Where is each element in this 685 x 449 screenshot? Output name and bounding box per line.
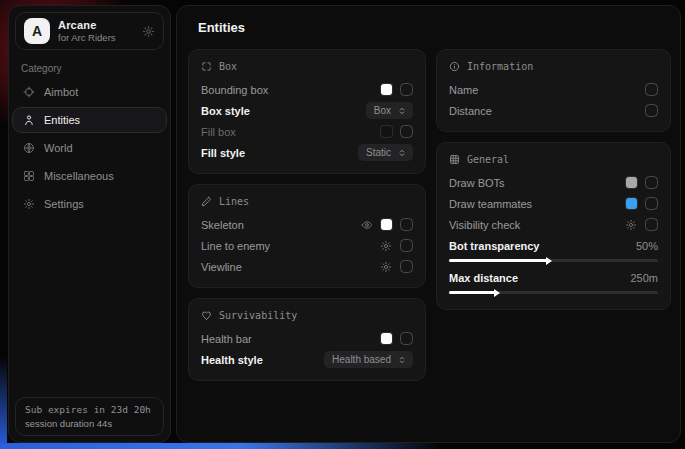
card-title: General bbox=[467, 154, 509, 165]
fill-style-dropdown[interactable]: Static bbox=[358, 144, 413, 161]
setting-fill-style: Fill styleStatic bbox=[201, 142, 413, 163]
bounding-box-checkbox[interactable] bbox=[400, 83, 413, 96]
app-title: Arcane bbox=[58, 19, 116, 31]
card-title: Information bbox=[467, 61, 533, 72]
layout-grid-icon bbox=[23, 170, 35, 182]
dropdown-value: Box bbox=[374, 105, 391, 116]
card-header: Box bbox=[201, 61, 413, 72]
setting-label: Fill box bbox=[201, 126, 236, 138]
setting-label: Draw BOTs bbox=[449, 177, 505, 189]
card-header: Lines bbox=[201, 196, 413, 207]
sidebar-item-aimbot[interactable]: Aimbot bbox=[12, 79, 167, 105]
setting-health-style: Health styleHealth based bbox=[201, 349, 413, 370]
category-label: Category bbox=[21, 63, 158, 74]
skeleton-checkbox[interactable] bbox=[400, 218, 413, 231]
fill-box-color-swatch[interactable] bbox=[381, 126, 392, 137]
setting-bounding-box: Bounding box bbox=[201, 79, 413, 100]
card-lines: LinesSkeletonLine to enemyViewline bbox=[188, 184, 426, 288]
card-title: Lines bbox=[219, 196, 249, 207]
globe-icon bbox=[23, 142, 35, 154]
setting-fill-box: Fill box bbox=[201, 121, 413, 142]
draw-bots-checkbox[interactable] bbox=[645, 176, 658, 189]
draw-teammates-color-swatch[interactable] bbox=[626, 198, 637, 209]
health-bar-checkbox[interactable] bbox=[400, 332, 413, 345]
slider-fill bbox=[449, 291, 495, 294]
sidebar: A Arcane for Arc Riders Category AimbotE… bbox=[8, 5, 171, 443]
bounding-box-color-swatch[interactable] bbox=[381, 84, 392, 95]
heart-icon bbox=[201, 310, 212, 321]
column-right: InformationNameDistanceGeneralDraw BOTsD… bbox=[436, 49, 671, 310]
max-distance-slider[interactable] bbox=[449, 291, 658, 294]
gear-icon[interactable] bbox=[380, 261, 392, 273]
card-survivability: SurvivabilityHealth barHealth styleHealt… bbox=[188, 298, 426, 381]
fill-box-checkbox[interactable] bbox=[400, 125, 413, 138]
card-box: BoxBounding boxBox styleBoxFill boxFill … bbox=[188, 49, 426, 174]
visibility-check-checkbox[interactable] bbox=[645, 218, 658, 231]
sidebar-item-settings[interactable]: Settings bbox=[12, 191, 167, 217]
setting-label: Distance bbox=[449, 105, 492, 117]
background-blue-glow-left bbox=[0, 357, 7, 449]
sidebar-item-label: Entities bbox=[44, 114, 80, 126]
app-logo: A bbox=[24, 18, 50, 44]
skeleton-color-swatch[interactable] bbox=[381, 219, 392, 230]
app-subtitle: for Arc Riders bbox=[58, 32, 116, 43]
chevrons-up-down-icon bbox=[397, 148, 407, 158]
distance-checkbox[interactable] bbox=[645, 104, 658, 117]
setting-label: Line to enemy bbox=[201, 240, 270, 252]
setting-visibility-check: Visibility check bbox=[449, 214, 658, 235]
gear-icon[interactable] bbox=[142, 25, 155, 38]
setting-draw-teammates: Draw teammates bbox=[449, 193, 658, 214]
setting-label: Box style bbox=[201, 105, 250, 117]
dropdown-value: Static bbox=[366, 147, 391, 158]
slider-thumb[interactable] bbox=[494, 289, 500, 297]
slider-fill bbox=[449, 259, 547, 262]
draw-teammates-checkbox[interactable] bbox=[645, 197, 658, 210]
setting-skeleton: Skeleton bbox=[201, 214, 413, 235]
draw-bots-color-swatch[interactable] bbox=[626, 177, 637, 188]
sidebar-item-entities[interactable]: Entities bbox=[12, 107, 167, 133]
setting-box-style: Box styleBox bbox=[201, 100, 413, 121]
setting-line-to-enemy: Line to enemy bbox=[201, 235, 413, 256]
health-bar-color-swatch[interactable] bbox=[381, 333, 392, 344]
slider-value: 50% bbox=[636, 240, 658, 252]
box-style-dropdown[interactable]: Box bbox=[366, 102, 413, 119]
setting-label: Name bbox=[449, 84, 478, 96]
gear-icon[interactable] bbox=[625, 219, 637, 231]
setting-health-bar: Health bar bbox=[201, 328, 413, 349]
setting-draw-bots: Draw BOTs bbox=[449, 172, 658, 193]
grid-icon bbox=[449, 154, 460, 165]
bot-transparency-slider[interactable] bbox=[449, 259, 658, 262]
chevrons-up-down-icon bbox=[397, 355, 407, 365]
subscription-status-card: Sub expires in 23d 20h session duration … bbox=[15, 397, 164, 436]
app-header-card: A Arcane for Arc Riders bbox=[15, 12, 164, 50]
sidebar-item-miscellaneous[interactable]: Miscellaneous bbox=[12, 163, 167, 189]
card-header: Survivability bbox=[201, 310, 413, 321]
sidebar-item-label: Aimbot bbox=[44, 86, 78, 98]
gear-icon[interactable] bbox=[380, 240, 392, 252]
box-corners-icon bbox=[201, 61, 212, 72]
card-information: InformationNameDistance bbox=[436, 49, 671, 132]
setting-viewline: Viewline bbox=[201, 256, 413, 277]
viewline-checkbox[interactable] bbox=[400, 260, 413, 273]
slider-thumb[interactable] bbox=[546, 257, 552, 265]
screen: A Arcane for Arc Riders Category AimbotE… bbox=[0, 0, 685, 449]
background-blue-glow-bottom bbox=[0, 443, 440, 449]
entities-icon bbox=[23, 114, 35, 126]
name-checkbox[interactable] bbox=[645, 83, 658, 96]
sidebar-item-world[interactable]: World bbox=[12, 135, 167, 161]
sidebar-nav: AimbotEntitiesWorldMiscellaneousSettings bbox=[12, 79, 167, 217]
setting-label: Viewline bbox=[201, 261, 242, 273]
setting-label: Health bar bbox=[201, 333, 252, 345]
card-header: General bbox=[449, 154, 658, 165]
eye-icon[interactable] bbox=[361, 219, 373, 231]
gear-icon bbox=[23, 198, 35, 210]
page-title: Entities bbox=[198, 20, 671, 35]
card-general: GeneralDraw BOTsDraw teammatesVisibility… bbox=[436, 142, 671, 310]
line-to-enemy-checkbox[interactable] bbox=[400, 239, 413, 252]
card-title: Box bbox=[219, 61, 237, 72]
app-logo-letter: A bbox=[32, 23, 42, 39]
chevrons-up-down-icon bbox=[397, 106, 407, 116]
sub-expiry-text: Sub expires in 23d 20h bbox=[25, 404, 154, 415]
card-header: Information bbox=[449, 61, 658, 72]
health-style-dropdown[interactable]: Health based bbox=[324, 351, 413, 368]
